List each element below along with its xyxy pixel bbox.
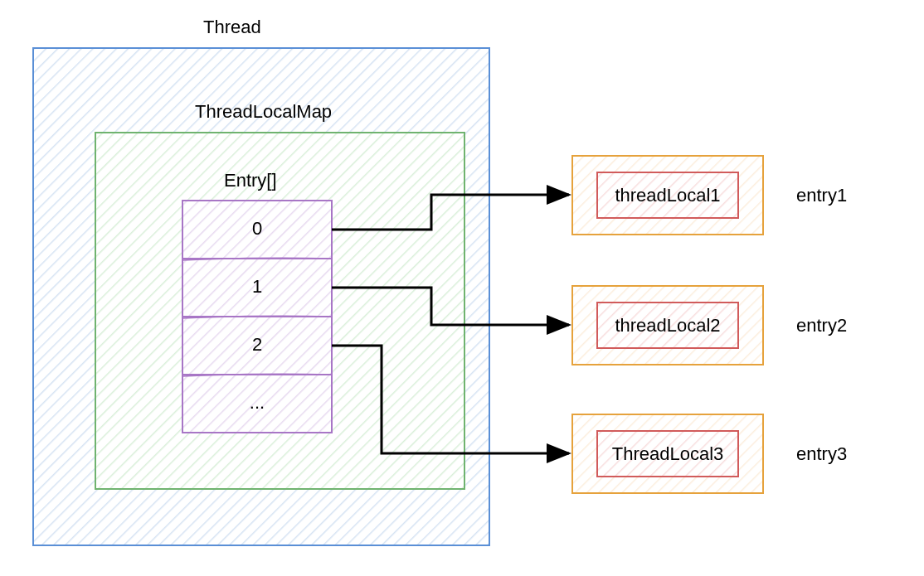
diagram-svg	[0, 0, 924, 576]
thread-title: Thread	[203, 17, 261, 38]
entry1-inner-label: threadLocal1	[601, 185, 734, 206]
cell-0-label: 0	[182, 218, 332, 240]
entry2-inner-label: threadLocal2	[601, 315, 734, 336]
entry1-right-label: entry1	[796, 185, 847, 206]
entry-array-title: Entry[]	[224, 170, 277, 191]
entry3-right-label: entry3	[796, 443, 847, 465]
entry3-inner-label: ThreadLocal3	[601, 443, 734, 465]
cell-2-label: 2	[182, 334, 332, 356]
cell-1-label: 1	[182, 276, 332, 298]
map-title: ThreadLocalMap	[195, 101, 332, 123]
cell-more-label: ...	[182, 392, 332, 414]
entry2-right-label: entry2	[796, 315, 847, 336]
